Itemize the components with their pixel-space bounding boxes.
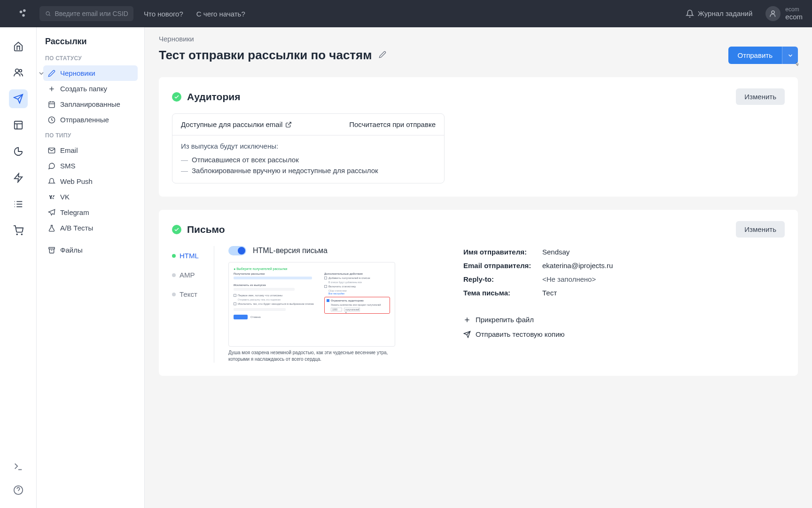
svg-line-33 (288, 122, 291, 125)
sidebar-item-label: Telegram (60, 208, 89, 216)
terminal-icon (13, 461, 23, 472)
test-copy-label: Отправить тестовую копию (476, 330, 565, 338)
svg-rect-8 (14, 121, 22, 129)
tab-html[interactable]: HTML (172, 246, 210, 265)
exclusion-row: — Отписавшиеся от всех рассылок (181, 156, 436, 164)
meta-label: Тема письма: (463, 289, 542, 297)
meta-label: Reply-to: (463, 275, 542, 283)
rail-automation[interactable] (9, 168, 28, 187)
logo-icon (18, 8, 29, 19)
meta-label: Email отправителя: (463, 262, 542, 270)
rail-console[interactable] (9, 457, 28, 476)
letter-title: Письмо (187, 224, 225, 235)
logo[interactable] (9, 8, 38, 19)
svg-point-1 (23, 9, 26, 12)
sidebar-item-telegram[interactable]: Telegram (43, 205, 138, 220)
svg-marker-11 (14, 174, 22, 182)
tab-label: AMP (180, 271, 195, 279)
rail-campaigns[interactable] (9, 89, 28, 108)
svg-point-7 (19, 70, 22, 72)
send-icon (48, 209, 55, 216)
sidebar-item-label: Отправленные (60, 116, 109, 124)
meta-value: <Не заполнено> (542, 275, 596, 283)
sidebar-item-label: Запланированные (60, 100, 120, 108)
status-check-icon (172, 225, 181, 234)
attach-file-button[interactable]: Прикрепить файл (463, 316, 785, 324)
chevron-down-icon (38, 70, 45, 77)
top-header: Что нового? С чего начать? Журнал задани… (0, 0, 812, 27)
status-check-icon (172, 92, 181, 102)
tab-amp[interactable]: AMP (172, 265, 210, 285)
rail-help[interactable] (9, 481, 28, 500)
change-audience-button[interactable]: Изменить (736, 88, 785, 105)
mail-icon (48, 147, 55, 154)
meta-value: Sendsay (542, 248, 570, 256)
zap-icon (13, 173, 23, 183)
cursor-icon (794, 61, 801, 68)
sidebar-item-label: Email (60, 146, 78, 154)
sidebar-item-label: Создать папку (60, 85, 107, 93)
search-input[interactable] (55, 10, 128, 17)
side-group-type: ПО ТИПУ (43, 132, 138, 139)
available-emails-label: Доступные для рассылки email (181, 120, 282, 128)
flask-icon (48, 224, 55, 232)
sidebar-item-abtests[interactable]: А/В Тесты (43, 220, 138, 236)
html-version-toggle[interactable] (228, 246, 246, 255)
send-button[interactable]: Отправить (728, 47, 782, 64)
rail-templates[interactable] (9, 116, 28, 135)
send-dropdown-button[interactable] (782, 47, 798, 64)
svg-point-2 (22, 14, 25, 16)
nav-how-to-start[interactable]: С чего начать? (196, 10, 245, 18)
change-letter-button[interactable]: Изменить (736, 221, 785, 238)
dash-icon: — (181, 167, 188, 175)
sidebar-item-drafts[interactable]: Черновики (43, 65, 138, 81)
archive-icon (48, 246, 55, 254)
sidebar-item-files[interactable]: Файлы (43, 242, 138, 258)
email-preview-thumbnail[interactable]: ● Выберите получателей рассылки Получате… (228, 262, 395, 347)
dot-icon (172, 293, 176, 296)
sidebar-item-sent[interactable]: Отправленные (43, 112, 138, 127)
sidebar-item-vk[interactable]: VK (43, 189, 138, 205)
search-box[interactable] (39, 6, 133, 21)
available-emails-link[interactable]: Доступные для рассылки email (181, 120, 292, 128)
sidebar-item-label: Черновики (60, 69, 95, 77)
dash-icon: — (181, 156, 188, 164)
rail-list[interactable] (9, 195, 28, 214)
sidebar-item-sms[interactable]: SMS (43, 158, 138, 174)
sidebar-item-label: SMS (60, 162, 76, 170)
sidebar-item-label: VK (60, 193, 70, 201)
journal-link[interactable]: Журнал заданий (686, 9, 752, 18)
sidebar-item-scheduled[interactable]: Запланированные (43, 96, 138, 112)
svg-line-4 (49, 15, 50, 16)
sidebar-item-email[interactable]: Email (43, 143, 138, 158)
edit-title-button[interactable] (379, 51, 386, 60)
side-title: Рассылки (43, 37, 138, 47)
avatar (765, 6, 781, 21)
tab-label: HTML (180, 252, 199, 260)
nav-whats-new[interactable]: Что нового? (144, 10, 183, 18)
sidebar-item-webpush[interactable]: Web Push (43, 174, 138, 189)
side-group-status: ПО СТАТУСУ (43, 55, 138, 62)
send-test-copy-button[interactable]: Отправить тестовую копию (463, 330, 785, 338)
audience-title: Аудитория (187, 91, 240, 103)
journal-label: Журнал заданий (698, 9, 752, 17)
external-link-icon (285, 121, 292, 128)
rail-users[interactable] (9, 63, 28, 82)
rail-ecommerce[interactable] (9, 221, 28, 240)
plus-icon (48, 85, 55, 93)
sidebar-item-create-folder[interactable]: Создать папку (43, 81, 138, 96)
main-content: Черновики Тест отправки рассылки по част… (145, 27, 812, 508)
count-note: Посчитается при отправке (349, 120, 436, 128)
tab-text[interactable]: Текст (172, 285, 210, 304)
calendar-icon (48, 101, 55, 108)
rail-analytics[interactable] (9, 142, 28, 161)
exclusion-text: Заблокированные вручную и недоступные дл… (192, 167, 378, 175)
user-menu[interactable]: ecom ecom (765, 6, 803, 21)
side-panel: Рассылки ПО СТАТУСУ Черновики Создать па… (37, 27, 145, 508)
tab-label: Текст (180, 290, 197, 298)
breadcrumb[interactable]: Черновики (145, 35, 812, 43)
rail-home[interactable] (9, 37, 28, 56)
dot-icon (172, 273, 176, 277)
sidebar-item-label: Web Push (60, 177, 93, 185)
meta-value: ekaterina@iprojects.ru (542, 262, 613, 270)
